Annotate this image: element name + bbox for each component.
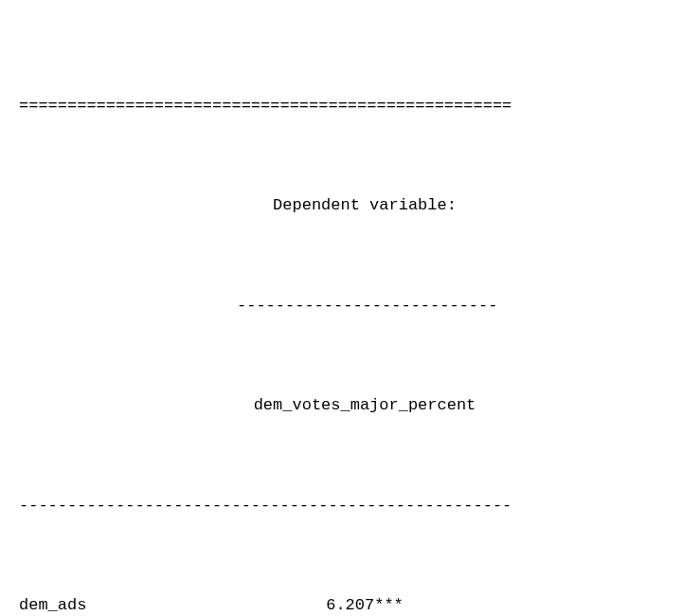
rule-top: ========================================… [19,94,512,118]
dep-var-name-row: dem_votes_major_percent [19,393,512,418]
inner-rule-row: --------------------------- [19,294,512,318]
dep-var-label: Dependent variable: [218,193,512,218]
coef-row-0: dem_ads 6.207*** [19,593,512,616]
blank-left [19,193,218,218]
dep-var-name: dem_votes_major_percent [218,393,512,418]
coef-name-0: dem_ads [19,593,218,616]
dep-var-header-row: Dependent variable: [19,193,512,218]
regression-table: ========================================… [19,19,512,616]
inner-rule: --------------------------- [237,294,512,318]
rule-mid-1: ----------------------------------------… [19,494,512,518]
coef-est-0: 6.207*** [218,593,512,616]
